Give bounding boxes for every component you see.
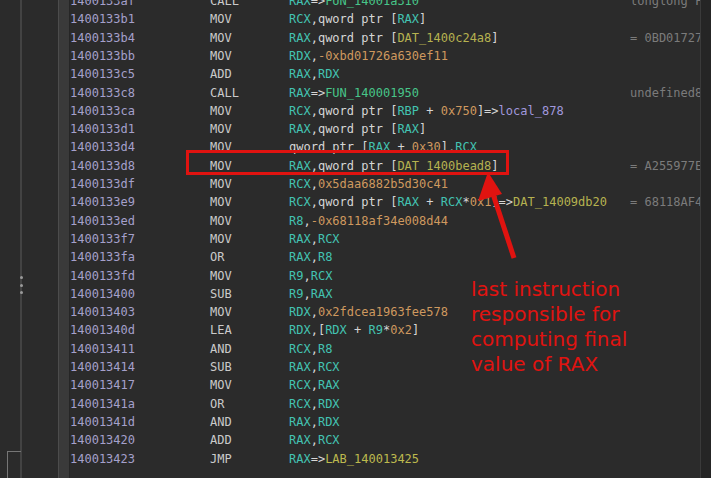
row-address: 1400133b4 (70, 29, 135, 47)
row-mnemonic: MOV (210, 10, 232, 28)
row-address: 1400133d8 (70, 157, 135, 175)
row-address: 1400133e9 (70, 193, 135, 211)
row-address: 1400133d1 (70, 120, 135, 138)
row-operands: RAX,RCX (289, 431, 340, 449)
asm-row[interactable]: 1400133dfMOVRCX,0x5daa6882b5d30c41 (0, 175, 711, 193)
row-operands: R8,-0x68118af34e008d44 (289, 212, 448, 230)
row-mnemonic: MOV (210, 29, 232, 47)
row-operands: RCX,qword ptr [RAX] (289, 10, 426, 28)
row-mnemonic: LEA (210, 321, 232, 339)
row-comment: = 0BD01727E (630, 29, 709, 47)
row-address: 14001340d (70, 321, 135, 339)
row-operands: RDX,-0xbd01726a630ef11 (289, 47, 448, 65)
asm-row[interactable]: 1400133c5ADDRAX,RDX (0, 65, 711, 83)
row-address: 140013400 (70, 285, 135, 303)
row-address: 1400133c5 (70, 65, 135, 83)
asm-row[interactable]: 1400133faORRAX,R8 (0, 248, 711, 266)
row-address: 1400133df (70, 175, 135, 193)
row-operands: RAX,RDX (289, 65, 340, 83)
note-line: last instruction (471, 277, 627, 302)
asm-row[interactable]: 1400133bbMOVRDX,-0xbd01726a630ef11 (0, 47, 711, 65)
asm-row[interactable]: 1400133e9MOVRCX,qword ptr [RAX + RCX*0x1… (0, 193, 711, 211)
row-mnemonic: JMP (210, 450, 232, 468)
row-address: 140013414 (70, 358, 135, 376)
row-mnemonic: OR (210, 395, 224, 413)
row-mnemonic: AND (210, 413, 232, 431)
row-mnemonic: MOV (210, 193, 232, 211)
disassembly-listing-view: 1400133afCALLRAX=>FUN_14001a310longlong … (0, 0, 711, 478)
row-mnemonic: ADD (210, 65, 232, 83)
row-address: 140013417 (70, 376, 135, 394)
asm-row[interactable]: 1400133f7MOVRAX,RCX (0, 230, 711, 248)
row-mnemonic: MOV (210, 120, 232, 138)
row-address: 14001341d (70, 413, 135, 431)
row-operands: RCX,qword ptr [RBP + 0x750]=>local_878 (289, 102, 564, 120)
row-operands: RAX,qword ptr [RAX] (289, 120, 426, 138)
note-line: value of RAX (471, 352, 627, 377)
row-address: 1400133c8 (70, 84, 135, 102)
row-address: 140013423 (70, 450, 135, 468)
row-mnemonic: SUB (210, 285, 232, 303)
row-operands: RDX,0x2fdcea1963fee578 (289, 303, 448, 321)
asm-row[interactable]: 1400133edMOVR8,-0x68118af34e008d44 (0, 212, 711, 230)
row-mnemonic: MOV (210, 212, 232, 230)
asm-row[interactable]: 1400133afCALLRAX=>FUN_14001a310longlong … (0, 0, 711, 10)
row-address: 14001341a (70, 395, 135, 413)
row-address: 1400133fa (70, 248, 135, 266)
row-operands: RCX,R8 (289, 340, 332, 358)
row-mnemonic: ADD (210, 431, 232, 449)
instruction-highlight-box (186, 150, 509, 175)
row-mnemonic: MOV (210, 175, 232, 193)
row-address: 140013420 (70, 431, 135, 449)
row-mnemonic: MOV (210, 376, 232, 394)
row-comment: = 68118AF48 (630, 193, 709, 211)
row-operands: RAX=>FUN_14001a310 (289, 0, 419, 10)
row-address: 140013411 (70, 340, 135, 358)
row-operands: RAX=>FUN_140001950 (289, 84, 419, 102)
row-address: 1400133bb (70, 47, 135, 65)
row-mnemonic: MOV (210, 267, 232, 285)
row-operands: R9,RCX (289, 267, 332, 285)
row-address: 1400133ed (70, 212, 135, 230)
asm-row[interactable]: 14001341aORRCX,RDX (0, 395, 711, 413)
asm-row[interactable]: 140013417MOVRCX,RAX (0, 376, 711, 394)
row-operands: RAX,qword ptr [DAT_1400c24a8] (289, 29, 499, 47)
asm-row[interactable]: 1400133d1MOVRAX,qword ptr [RAX] (0, 120, 711, 138)
row-comment: undefined8 (630, 84, 702, 102)
row-address: 1400133af (70, 0, 135, 10)
listing-rows: 1400133afCALLRAX=>FUN_14001a310longlong … (0, 0, 711, 478)
annotation-note: last instruction responsible for computi… (471, 277, 627, 377)
row-mnemonic: MOV (210, 102, 232, 120)
row-comment: longlong FU (630, 0, 709, 10)
row-operands: RAX,R8 (289, 248, 332, 266)
row-address: 1400133f7 (70, 230, 135, 248)
row-operands: RAX,RCX (289, 230, 340, 248)
row-operands: RCX,RDX (289, 395, 340, 413)
note-line: computing final (471, 327, 627, 352)
row-address: 1400133fd (70, 267, 135, 285)
row-operands: RDX,[RDX + R9*0x2] (289, 321, 419, 339)
row-operands: R9,RAX (289, 285, 332, 303)
row-operands: RCX,qword ptr [RAX + RCX*0x1]=>DAT_14009… (289, 193, 607, 211)
row-operands: RCX,0x5daa6882b5d30c41 (289, 175, 448, 193)
row-operands: RCX,RAX (289, 376, 340, 394)
vertical-scrollbar[interactable] (700, 0, 711, 478)
note-line: responsible for (471, 302, 627, 327)
asm-row[interactable]: 1400133b1MOVRCX,qword ptr [RAX] (0, 10, 711, 28)
asm-row[interactable]: 1400133c8CALLRAX=>FUN_140001950undefined… (0, 84, 711, 102)
row-mnemonic: CALL (210, 84, 239, 102)
asm-row[interactable]: 14001341dANDRAX,RDX (0, 413, 711, 431)
row-operands: RAX=>LAB_140013425 (289, 450, 419, 468)
row-mnemonic: MOV (210, 47, 232, 65)
row-mnemonic: MOV (210, 230, 232, 248)
row-mnemonic: OR (210, 248, 224, 266)
asm-row[interactable]: 1400133b4MOVRAX,qword ptr [DAT_1400c24a8… (0, 29, 711, 47)
row-operands: RAX,RCX (289, 358, 340, 376)
asm-row[interactable]: 140013423JMPRAX=>LAB_140013425 (0, 450, 711, 468)
row-mnemonic: CALL (210, 0, 239, 10)
row-comment: = A255977E8 (630, 157, 709, 175)
row-address: 1400133ca (70, 102, 135, 120)
asm-row[interactable]: 140013420ADDRAX,RCX (0, 431, 711, 449)
row-address: 1400133b1 (70, 10, 135, 28)
asm-row[interactable]: 1400133caMOVRCX,qword ptr [RBP + 0x750]=… (0, 102, 711, 120)
